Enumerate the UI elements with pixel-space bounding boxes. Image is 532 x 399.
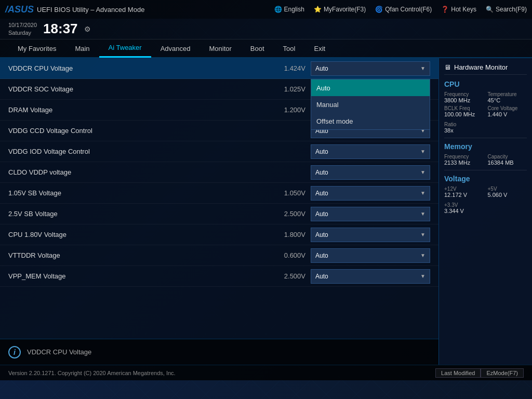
nav-my-favorites[interactable]: My Favorites [8, 39, 65, 58]
top-icons: 🌐 English ⭐ MyFavorite(F3) 🌀 Qfan Contro… [274, 6, 527, 13]
day-value: Saturday [8, 29, 37, 36]
dropdown-label: Auto [315, 252, 328, 259]
dropdown-button[interactable]: Auto▼ [311, 61, 430, 76]
nav-monitor[interactable]: Monitor [200, 39, 241, 58]
dropdown-label: Auto [315, 190, 328, 197]
nav-ai-tweaker[interactable]: Ai Tweaker [99, 39, 151, 58]
search-icon: 🔍 [486, 6, 494, 13]
chevron-down-icon: ▼ [420, 65, 425, 71]
setting-control: Auto▼ [311, 248, 430, 263]
memory-section-title: Memory [444, 142, 527, 151]
nav-exit[interactable]: Exit [304, 39, 335, 58]
settings-gear-icon[interactable]: ⚙ [84, 25, 91, 33]
help-icon: ❓ [441, 6, 449, 13]
cpu-bclk-label: BCLK Freq 100.00 MHz [444, 105, 484, 117]
setting-value: 2.500V [264, 210, 305, 218]
divider-1 [444, 138, 527, 138]
dropdown-option[interactable]: Auto [311, 79, 430, 96]
dropdown-button[interactable]: Auto▼ [311, 269, 430, 284]
setting-name: 1.05V SB Voltage [8, 189, 264, 197]
language-selector[interactable]: 🌐 English [274, 6, 304, 13]
setting-control: Auto▼ [311, 228, 430, 242]
info-text: VDDCR CPU Voltage [27, 348, 91, 356]
setting-control: Auto▼ [311, 207, 430, 221]
chevron-down-icon: ▼ [420, 149, 425, 154]
nav-boot[interactable]: Boot [241, 39, 274, 58]
setting-row[interactable]: 2.5V SB Voltage2.500VAuto▼ [0, 204, 438, 224]
bottom-bar: Version 2.20.1271. Copyright (C) 2020 Am… [0, 365, 532, 380]
cpu-section-title: CPU [444, 80, 527, 88]
myfavorite-label: MyFavorite(F3) [324, 6, 366, 13]
setting-row[interactable]: VDDCR CPU Voltage1.424VAuto▼AutoManualOf… [0, 58, 438, 79]
dropdown-label: Auto [315, 210, 328, 218]
hw-monitor-title: 🖥 Hardware Monitor [444, 63, 527, 75]
language-label: English [284, 6, 304, 13]
star-icon: ⭐ [314, 6, 322, 13]
setting-name: VDDG IOD Voltage Control [8, 148, 264, 155]
date-info: 10/17/2020 Saturday [8, 21, 37, 36]
setting-name: VTTDDR Voltage [8, 251, 264, 259]
dropdown-label: Auto [315, 169, 328, 176]
setting-name: DRAM Voltage [8, 106, 264, 114]
voltage-stats-2: +3.3V 3.344 V [444, 202, 527, 214]
fan-icon: 🌀 [375, 6, 383, 13]
dropdown-button[interactable]: Auto▼ [311, 186, 430, 201]
dropdown-button[interactable]: Auto▼ [311, 228, 430, 242]
qfan-button[interactable]: 🌀 Qfan Control(F6) [375, 6, 432, 13]
dropdown-button[interactable]: Auto▼ [311, 144, 430, 159]
monitor-icon: 🖥 [444, 63, 451, 71]
info-bar: i VDDCR CPU Voltage [0, 339, 438, 365]
setting-row[interactable]: VDDG IOD Voltage ControlAuto▼ [0, 141, 438, 162]
search-button[interactable]: 🔍 Search(F9) [486, 6, 527, 13]
cpu-freq-label: Frequency 3800 MHz [444, 91, 484, 103]
asus-logo: /ASUS [5, 4, 34, 15]
dropdown-label: Auto [315, 65, 328, 72]
dropdown-option[interactable]: Offset mode [311, 113, 430, 129]
setting-row[interactable]: CPU 1.80V Voltage1.800VAuto▼ [0, 224, 438, 245]
info-icon: i [8, 346, 21, 358]
bottom-buttons: Last Modified EzMode(F7) [435, 368, 524, 378]
bios-title: UEFI BIOS Utility – Advanced Mode [37, 6, 144, 14]
setting-value: 1.050V [264, 189, 305, 197]
search-label: Search(F9) [496, 6, 527, 13]
setting-row[interactable]: VTTDDR Voltage0.600VAuto▼ [0, 245, 438, 266]
chevron-down-icon: ▼ [420, 232, 425, 237]
dropdown-button[interactable]: Auto▼ [311, 165, 430, 180]
setting-value: 1.200V [264, 106, 305, 114]
dropdown-button[interactable]: Auto▼ [311, 248, 430, 263]
v5-stat: +5V 5.060 V [488, 186, 527, 198]
setting-name: VPP_MEM Voltage [8, 272, 264, 280]
dropdown-option[interactable]: Manual [311, 96, 430, 113]
time-display: 18:37 [43, 21, 78, 37]
setting-row[interactable]: 1.05V SB Voltage1.050VAuto▼ [0, 183, 438, 204]
voltage-section-title: Voltage [444, 175, 527, 183]
setting-control: Auto▼ [311, 186, 430, 201]
ez-mode-button[interactable]: EzMode(F7) [481, 368, 524, 378]
dropdown-button[interactable]: Auto▼ [311, 207, 430, 221]
last-modified-button[interactable]: Last Modified [435, 368, 481, 378]
setting-value: 0.600V [264, 251, 305, 259]
setting-value: 1.800V [264, 231, 305, 238]
voltage-stats: +12V 12.172 V +5V 5.060 V [444, 186, 527, 198]
hotkeys-button[interactable]: ❓ Hot Keys [441, 6, 476, 13]
nav-advanced[interactable]: Advanced [151, 39, 200, 58]
setting-control: Auto▼ [311, 144, 430, 159]
hotkeys-label: Hot Keys [451, 6, 476, 13]
nav-bar: My Favorites Main Ai Tweaker Advanced Mo… [0, 39, 532, 58]
main-content: VDDCR CPU Voltage1.424VAuto▼AutoManualOf… [0, 58, 532, 365]
nav-tool[interactable]: Tool [274, 39, 305, 58]
mem-freq-stat: Frequency 2133 MHz [444, 154, 484, 166]
cpu-corevolt-label: Core Voltage 1.440 V [488, 105, 527, 117]
setting-row[interactable]: VPP_MEM Voltage2.500VAuto▼ [0, 266, 438, 287]
v12-stat: +12V 12.172 V [444, 186, 484, 198]
cpu-ratio-stat: Ratio 38x [444, 122, 484, 134]
dropdown-label: Auto [315, 148, 328, 155]
setting-name: CPU 1.80V Voltage [8, 231, 264, 238]
chevron-down-icon: ▼ [420, 169, 425, 175]
setting-row[interactable]: CLDO VDDP voltageAuto▼ [0, 162, 438, 183]
setting-control: Auto▼ [311, 269, 430, 284]
myfavorite-button[interactable]: ⭐ MyFavorite(F3) [314, 6, 366, 13]
dropdown-label: Auto [315, 231, 328, 238]
setting-name: VDDCR SOC Voltage [8, 85, 264, 93]
nav-main[interactable]: Main [65, 39, 99, 58]
